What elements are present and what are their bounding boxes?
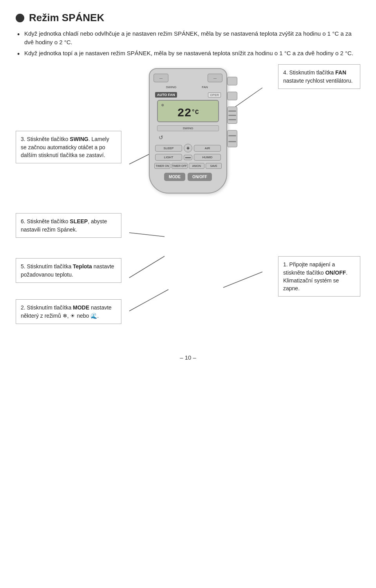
lcd-temp-display: 22°C [177,107,199,119]
intro-bullet-1: Když jednotka chladí nebo odvlhčuje a je… [16,29,360,47]
step3-bold: SWING [70,136,88,142]
oper-label: OPER [208,92,221,98]
step2-num: 2. [21,304,27,311]
moon-icon: ↺ [159,134,163,141]
main-layout: 4. Stisknutím tlačítka FAN nastavte rych… [16,64,360,338]
step3-text: Stiskněte tlačítko [27,136,70,142]
side-icon-1 [227,77,237,85]
lcd-snowflake-icon: ❄ [161,103,164,107]
step4-text: Stisknutím tlačítka [289,69,335,76]
step1-num: 1. [283,261,289,268]
side-icon-2 [227,92,237,100]
step5-box: 5. Stisknutím tlačítka Teplota nastavte … [16,258,121,283]
temp-minus-button[interactable]: — [184,155,192,160]
swing-label: SWING [154,85,188,89]
step6-text: Stiskněte tlačítko [27,218,70,224]
step4-text2: nastavte rychlost ventilátoru. [283,78,352,84]
lcd-display: ❄ 22°C [157,100,219,122]
page-number: – 10 – [16,354,360,361]
step1-bold: ON/OFF [325,270,346,276]
anion-button[interactable]: ANION [189,163,205,169]
temp-plus-button[interactable]: + [184,144,192,152]
remote-top-row: — — [154,74,222,82]
lcd-degree-symbol: °C [191,109,199,116]
sleep-icon-row: ↺ [157,134,219,141]
swing-display-label: SWING [183,127,193,130]
title-text: Režim SPÁNEK [29,12,104,24]
fan-label: FAN [188,85,222,89]
swing-fan-label-row: SWING FAN [154,85,222,89]
step4-box: 4. Stisknutím tlačítka FAN nastavte rych… [278,64,360,89]
svg-line-5 [223,272,262,288]
step3-num: 3. [21,136,27,142]
auto-fan-row: AUTO FAN OPER [154,92,222,98]
side-stripe-4 [228,135,236,136]
sleep-air-row: SLEEP + AIR [155,144,221,152]
intro-bullets: Když jednotka chladí nebo odvlhčuje a je… [16,29,360,57]
intro-bullet-2: Když jednotka topí a je nastaven režim S… [16,49,360,58]
step5-num: 5. [21,263,27,270]
side-icon-large-2 [227,130,237,147]
onoff-button[interactable]: ON/OFF [188,173,212,181]
remote-side-icons [227,77,237,147]
side-stripe-5 [228,141,236,142]
step4-bold: FAN [335,69,346,76]
side-icon-large-1 [227,107,237,124]
side-stripe-1 [228,110,236,112]
page-title: Režim SPÁNEK [16,12,360,24]
step6-bold: SLEEP [70,218,88,224]
step5-bold: Teplota [73,263,92,270]
remote-wrap: — — SWING FAN AUTO FAN OPER ❄ 22° [149,64,227,194]
side-stripe-2 [228,115,236,116]
step2-box: 2. Stisknutím tlačítka MODE nastavte něk… [16,299,121,324]
svg-line-4 [129,289,168,311]
light-button[interactable]: LIGHT [155,154,182,161]
humid-button[interactable]: HUMID [194,154,221,161]
page-number-text: – 10 – [180,354,196,361]
timer-off-button[interactable]: TIMER OFF [172,163,188,169]
auto-fan-label: AUTO FAN [155,92,177,98]
step6-num: 6. [21,218,27,224]
swing-top-button[interactable]: — [154,74,168,82]
remote-control: — — SWING FAN AUTO FAN OPER ❄ 22° [149,68,227,194]
sleep-button[interactable]: SLEEP [155,145,182,152]
save-button[interactable]: SAVE [206,163,222,169]
step2-bold: MODE [73,304,89,311]
mode-button[interactable]: MODE [164,173,185,181]
fan-top-button[interactable]: — [208,74,222,82]
step5-text: Stisknutím tlačítka [27,263,73,270]
step6-box: 6. Stiskněte tlačítko SLEEP, abyste nast… [16,213,121,238]
swing-label-area: SWING [157,125,219,131]
air-button[interactable]: AIR [194,145,221,152]
step1-box: 1. Připojte napájení a stiskněte tlačítk… [278,256,360,297]
button-grid: SLEEP + AIR LIGHT — HUMID [154,144,222,161]
side-stripe-3 [228,119,236,120]
lcd-temperature-value: 22 [177,107,191,120]
svg-line-3 [129,256,164,278]
light-humid-row: LIGHT — HUMID [155,154,221,161]
timer-on-button[interactable]: TIMER ON [154,163,170,169]
mode-onoff-row: MODE ON/OFF [154,173,222,181]
svg-line-2 [129,233,164,237]
title-bullet-icon [16,14,24,22]
step2-text: Stisknutím tlačítka [27,304,73,311]
page: Režim SPÁNEK Když jednotka chladí nebo o… [0,0,376,376]
step3-box: 3. Stiskněte tlačítko SWING. Lamely se z… [16,131,121,163]
timer-row: TIMER ON TIMER OFF ANION SAVE [154,163,222,169]
step4-num: 4. [283,69,289,76]
